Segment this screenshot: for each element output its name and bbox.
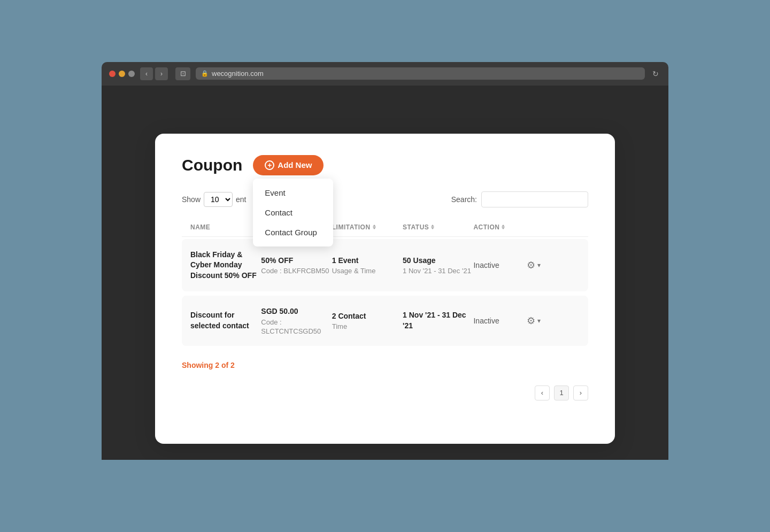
row2-status: Inactive <box>473 317 526 325</box>
view-button[interactable]: ⊡ <box>175 67 190 80</box>
show-select[interactable]: 10 25 50 <box>204 192 233 207</box>
address-bar[interactable]: 🔒 wecognition.com <box>196 67 645 80</box>
fullscreen-button[interactable] <box>128 71 135 77</box>
search-row: Search: <box>451 191 588 207</box>
chevron-down-icon: ▾ <box>537 317 541 325</box>
controls-row: Show 10 25 50 ent Search: <box>182 191 588 207</box>
chevron-down-icon: ▾ <box>537 261 541 269</box>
dropdown-item-event[interactable]: Event <box>253 183 333 203</box>
row1-status: Inactive <box>473 261 526 269</box>
minimize-button[interactable] <box>119 71 125 77</box>
dropdown-item-contact[interactable]: Contact <box>253 203 333 222</box>
coupon-table: NAME TYPE LIMITATION <box>182 218 588 350</box>
showing-total: 2 <box>230 361 235 369</box>
show-label: Show <box>182 195 201 204</box>
pagination: ‹ 1 › <box>182 385 588 400</box>
forward-button[interactable]: › <box>155 67 168 80</box>
add-new-label: Add New <box>278 160 312 169</box>
page-card: Coupon + Add New Event Contact Contact G… <box>155 134 615 444</box>
showing-middle: of <box>219 361 230 369</box>
show-controls: Show 10 25 50 ent <box>182 192 247 207</box>
refresh-button[interactable]: ↻ <box>650 70 661 78</box>
row1-action[interactable]: ⚙ ▾ <box>527 259 580 271</box>
table-row: Discount for selected contact SGD 50.00 … <box>182 296 588 346</box>
add-new-dropdown: + Add New Event Contact Contact Group <box>253 155 324 175</box>
back-button[interactable]: ‹ <box>140 67 153 80</box>
row1-name: Black Friday & Cyber Monday Discount 50%… <box>190 250 261 281</box>
entries-label: ent <box>236 195 246 204</box>
row1-date: 50 Usage 1 Nov '21 - 31 Dec '21 <box>403 256 473 275</box>
add-new-button[interactable]: + Add New <box>253 155 324 175</box>
sort-icon-limitation <box>373 225 376 229</box>
table-header: NAME TYPE LIMITATION <box>182 218 588 237</box>
close-button[interactable] <box>109 71 116 77</box>
traffic-lights <box>109 71 135 77</box>
showing-prefix: Showing <box>182 361 215 369</box>
sort-icon-status <box>431 225 434 229</box>
pagination-page-1[interactable]: 1 <box>554 385 569 400</box>
search-label: Search: <box>451 195 477 204</box>
row2-name: Discount for selected contact <box>190 310 261 331</box>
gear-icon: ⚙ <box>527 315 535 327</box>
pagination-next[interactable]: › <box>573 385 588 400</box>
plus-circle-icon: + <box>265 160 274 170</box>
page-title: Coupon <box>182 156 242 174</box>
row2-action[interactable]: ⚙ ▾ <box>527 315 580 327</box>
showing-text: Showing 2 of 2 <box>182 361 588 369</box>
showing-current: 2 <box>215 361 219 369</box>
row1-type: 50% OFF Code : BLKFRCBM50 <box>261 256 332 275</box>
search-input[interactable] <box>481 191 588 207</box>
lock-icon: 🔒 <box>201 70 209 77</box>
row2-limitation: 2 Contact Time <box>332 311 403 331</box>
row2-action-button[interactable]: ⚙ ▾ <box>527 315 541 327</box>
dropdown-menu: Event Contact Contact Group <box>253 179 333 246</box>
dropdown-item-contact-group[interactable]: Contact Group <box>253 222 333 242</box>
page-header: Coupon + Add New Event Contact Contact G… <box>182 155 588 175</box>
row2-type: SGD 50.00 Code : SLCTCNTCSGD50 <box>261 306 332 335</box>
row1-limitation: 1 Event Usage & Time <box>332 256 403 275</box>
sort-icon-action <box>502 225 505 229</box>
col-header-action: ACTION <box>473 223 526 231</box>
row2-date: 1 Nov '21 - 31 Dec '21 <box>403 310 473 331</box>
col-header-name: NAME <box>190 223 261 231</box>
col-header-limitation: LIMITATION <box>332 223 403 231</box>
url-text: wecognition.com <box>212 70 264 78</box>
row1-action-button[interactable]: ⚙ ▾ <box>527 259 541 271</box>
pagination-prev[interactable]: ‹ <box>535 385 550 400</box>
col-header-status: STATUS <box>403 223 473 231</box>
table-row: Black Friday & Cyber Monday Discount 50%… <box>182 239 588 292</box>
gear-icon: ⚙ <box>527 259 535 271</box>
